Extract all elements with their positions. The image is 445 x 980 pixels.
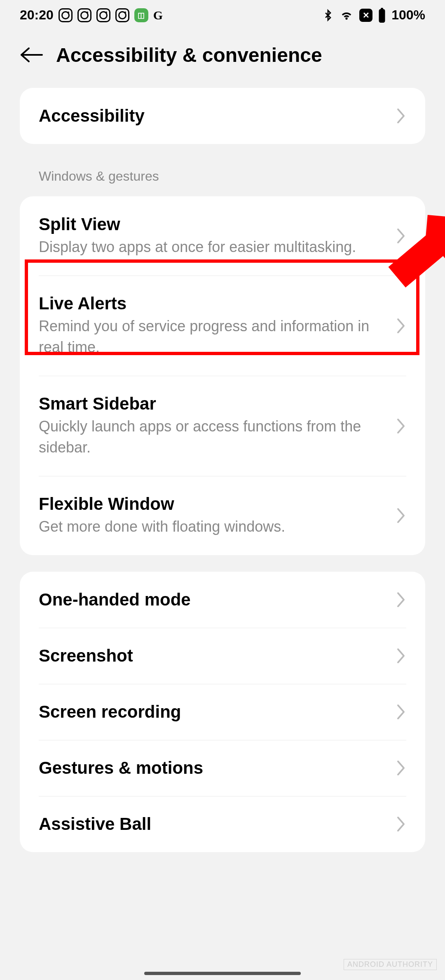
chevron-right-icon xyxy=(396,108,406,124)
row-title: Accessibility xyxy=(39,106,387,126)
row-subtitle: Quickly launch apps or access functions … xyxy=(39,416,387,458)
status-bar: 20:20 ◫ G ✕ 100% xyxy=(0,0,445,30)
row-title: Screen recording xyxy=(39,702,387,722)
row-flexible-window[interactable]: Flexible Window Get more done with float… xyxy=(20,476,425,555)
svg-rect-1 xyxy=(379,9,385,23)
card-windows-gestures: Split View Display two apps at once for … xyxy=(20,196,425,555)
instagram-icon xyxy=(115,8,129,22)
row-title: Screenshot xyxy=(39,646,387,666)
row-subtitle: Remind you of service progress and infor… xyxy=(39,316,387,358)
battery-percentage: 100% xyxy=(391,7,425,23)
header: Accessibility & convenience xyxy=(0,30,445,88)
watermark: ANDROID AUTHORITY xyxy=(344,959,437,970)
chevron-right-icon xyxy=(396,648,406,664)
home-indicator[interactable] xyxy=(144,972,301,975)
row-screen-recording[interactable]: Screen recording xyxy=(20,684,425,740)
green-badge-icon: ◫ xyxy=(134,8,148,22)
row-subtitle: Display two apps at once for easier mult… xyxy=(39,237,387,257)
chevron-right-icon xyxy=(396,418,406,434)
google-icon: G xyxy=(153,8,163,22)
instagram-icon xyxy=(77,8,91,22)
row-live-alerts[interactable]: Live Alerts Remind you of service progre… xyxy=(20,276,425,376)
row-title: One-handed mode xyxy=(39,590,387,610)
back-button[interactable] xyxy=(20,42,44,67)
instagram-icon xyxy=(59,8,73,22)
chevron-right-icon xyxy=(396,704,406,720)
row-title: Assistive Ball xyxy=(39,814,387,834)
chevron-right-icon xyxy=(396,591,406,608)
card-accessibility: Accessibility xyxy=(20,88,425,144)
row-split-view[interactable]: Split View Display two apps at once for … xyxy=(20,196,425,276)
status-time: 20:20 xyxy=(20,7,54,23)
row-accessibility[interactable]: Accessibility xyxy=(20,88,425,144)
row-screenshot[interactable]: Screenshot xyxy=(20,628,425,684)
row-title: Flexible Window xyxy=(39,494,387,514)
status-right: ✕ 100% xyxy=(322,7,425,23)
back-arrow-icon xyxy=(20,47,43,63)
chevron-right-icon xyxy=(396,228,406,244)
row-one-handed-mode[interactable]: One-handed mode xyxy=(20,572,425,628)
page-title: Accessibility & convenience xyxy=(56,44,322,66)
vpn-badge-icon: ✕ xyxy=(359,9,372,22)
row-smart-sidebar[interactable]: Smart Sidebar Quickly launch apps or acc… xyxy=(20,376,425,476)
chevron-right-icon xyxy=(396,760,406,776)
chevron-right-icon xyxy=(396,318,406,334)
row-gestures-motions[interactable]: Gestures & motions xyxy=(20,740,425,796)
row-title: Live Alerts xyxy=(39,294,387,313)
row-assistive-ball[interactable]: Assistive Ball xyxy=(20,796,425,852)
battery-icon xyxy=(377,8,386,23)
bluetooth-icon xyxy=(322,9,334,22)
row-subtitle: Get more done with floating windows. xyxy=(39,516,387,537)
row-title: Smart Sidebar xyxy=(39,394,387,414)
chevron-right-icon xyxy=(396,507,406,524)
status-left: 20:20 ◫ G xyxy=(20,7,163,23)
chevron-right-icon xyxy=(396,816,406,832)
row-title: Gestures & motions xyxy=(39,758,387,778)
row-title: Split View xyxy=(39,214,387,234)
instagram-icon xyxy=(96,8,110,22)
svg-rect-0 xyxy=(381,8,383,9)
section-label-windows: Windows & gestures xyxy=(0,160,445,196)
wifi-icon xyxy=(339,9,354,22)
card-more-options: One-handed mode Screenshot Screen record… xyxy=(20,572,425,852)
